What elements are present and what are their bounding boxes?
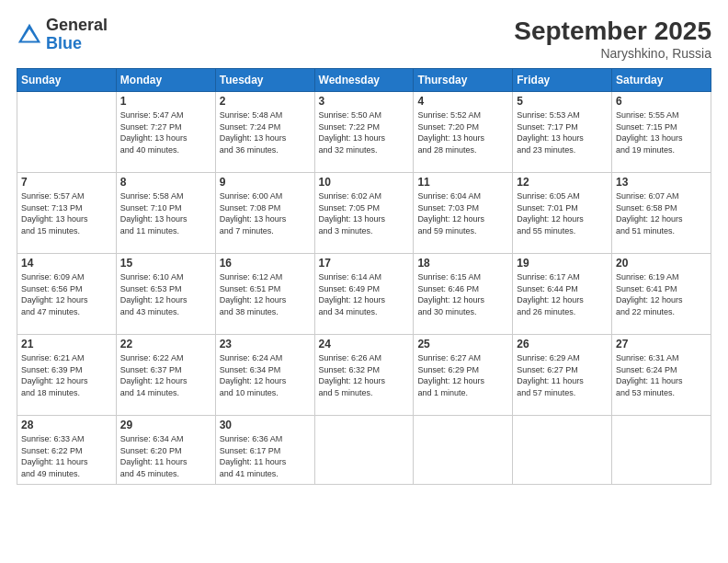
table-row: 27Sunrise: 6:31 AM Sunset: 6:24 PM Dayli… — [612, 335, 711, 416]
day-number: 26 — [517, 338, 608, 350]
table-row: 3Sunrise: 5:50 AM Sunset: 7:22 PM Daylig… — [314, 92, 414, 173]
logo-blue: Blue — [46, 35, 108, 53]
day-number: 5 — [517, 95, 608, 108]
day-info: Sunrise: 6:02 AM Sunset: 7:05 PM Dayligh… — [319, 190, 410, 236]
day-number: 28 — [21, 419, 112, 431]
day-number: 1 — [120, 95, 211, 108]
table-row: 23Sunrise: 6:24 AM Sunset: 6:34 PM Dayli… — [215, 335, 314, 416]
page: General Blue September 2025 Naryshkino, … — [0, 0, 728, 563]
table-row: 30Sunrise: 6:36 AM Sunset: 6:17 PM Dayli… — [215, 416, 314, 485]
day-number: 15 — [120, 257, 211, 270]
logo-general: General — [46, 17, 108, 35]
day-number: 10 — [319, 176, 410, 189]
col-thursday: Thursday — [414, 69, 513, 92]
day-number: 16 — [220, 257, 311, 270]
table-row: 17Sunrise: 6:14 AM Sunset: 6:49 PM Dayli… — [314, 254, 414, 335]
day-number: 11 — [417, 176, 508, 189]
table-row: 19Sunrise: 6:17 AM Sunset: 6:44 PM Dayli… — [513, 254, 612, 335]
day-number: 4 — [417, 95, 508, 108]
title-month: September 2025 — [514, 17, 711, 46]
day-info: Sunrise: 6:21 AM Sunset: 6:39 PM Dayligh… — [21, 352, 112, 398]
day-number: 17 — [319, 257, 410, 270]
table-row: 1Sunrise: 5:47 AM Sunset: 7:27 PM Daylig… — [116, 92, 215, 173]
col-tuesday: Tuesday — [215, 69, 314, 92]
day-number: 7 — [21, 176, 112, 189]
table-row: 16Sunrise: 6:12 AM Sunset: 6:51 PM Dayli… — [215, 254, 314, 335]
table-row: 4Sunrise: 5:52 AM Sunset: 7:20 PM Daylig… — [414, 92, 513, 173]
day-number: 30 — [220, 419, 311, 431]
day-info: Sunrise: 6:05 AM Sunset: 7:01 PM Dayligh… — [517, 190, 608, 236]
title-block: September 2025 Naryshkino, Russia — [514, 17, 711, 61]
table-row: 8Sunrise: 5:58 AM Sunset: 7:10 PM Daylig… — [116, 173, 215, 254]
col-saturday: Saturday — [612, 69, 711, 92]
col-monday: Monday — [116, 69, 215, 92]
day-number: 20 — [616, 257, 707, 270]
table-row: 9Sunrise: 6:00 AM Sunset: 7:08 PM Daylig… — [215, 173, 314, 254]
day-info: Sunrise: 6:34 AM Sunset: 6:20 PM Dayligh… — [120, 433, 211, 479]
header: General Blue September 2025 Naryshkino, … — [17, 17, 711, 61]
table-row: 12Sunrise: 6:05 AM Sunset: 7:01 PM Dayli… — [513, 173, 612, 254]
day-number: 24 — [319, 338, 410, 350]
day-info: Sunrise: 6:09 AM Sunset: 6:56 PM Dayligh… — [21, 271, 112, 317]
day-number: 8 — [120, 176, 211, 189]
day-info: Sunrise: 6:14 AM Sunset: 6:49 PM Dayligh… — [319, 271, 410, 317]
day-info: Sunrise: 5:53 AM Sunset: 7:17 PM Dayligh… — [517, 109, 608, 155]
table-row: 26Sunrise: 6:29 AM Sunset: 6:27 PM Dayli… — [513, 335, 612, 416]
title-location: Naryshkino, Russia — [514, 46, 711, 61]
day-info: Sunrise: 6:27 AM Sunset: 6:29 PM Dayligh… — [417, 352, 508, 398]
day-number: 23 — [220, 338, 311, 350]
day-number: 29 — [120, 419, 211, 431]
table-row — [314, 416, 414, 485]
table-row: 10Sunrise: 6:02 AM Sunset: 7:05 PM Dayli… — [314, 173, 414, 254]
day-info: Sunrise: 5:50 AM Sunset: 7:22 PM Dayligh… — [319, 109, 410, 155]
table-row: 24Sunrise: 6:26 AM Sunset: 6:32 PM Dayli… — [314, 335, 414, 416]
day-info: Sunrise: 6:36 AM Sunset: 6:17 PM Dayligh… — [220, 433, 311, 479]
day-number: 2 — [220, 95, 311, 108]
day-info: Sunrise: 6:33 AM Sunset: 6:22 PM Dayligh… — [21, 433, 112, 479]
logo: General Blue — [17, 17, 108, 53]
day-number: 14 — [21, 257, 112, 270]
day-number: 18 — [417, 257, 508, 270]
day-number: 27 — [616, 338, 707, 350]
day-info: Sunrise: 6:17 AM Sunset: 6:44 PM Dayligh… — [517, 271, 608, 317]
table-row: 13Sunrise: 6:07 AM Sunset: 6:58 PM Dayli… — [612, 173, 711, 254]
table-row — [414, 416, 513, 485]
day-info: Sunrise: 5:48 AM Sunset: 7:24 PM Dayligh… — [220, 109, 311, 155]
day-number: 13 — [616, 176, 707, 189]
day-info: Sunrise: 6:19 AM Sunset: 6:41 PM Dayligh… — [616, 271, 707, 317]
day-info: Sunrise: 5:47 AM Sunset: 7:27 PM Dayligh… — [120, 109, 211, 155]
table-row: 18Sunrise: 6:15 AM Sunset: 6:46 PM Dayli… — [414, 254, 513, 335]
day-info: Sunrise: 6:26 AM Sunset: 6:32 PM Dayligh… — [319, 352, 410, 398]
table-row — [17, 92, 117, 173]
day-info: Sunrise: 6:24 AM Sunset: 6:34 PM Dayligh… — [220, 352, 311, 398]
logo-text: General Blue — [46, 17, 108, 53]
table-row: 15Sunrise: 6:10 AM Sunset: 6:53 PM Dayli… — [116, 254, 215, 335]
table-row: 14Sunrise: 6:09 AM Sunset: 6:56 PM Dayli… — [17, 254, 117, 335]
table-row: 11Sunrise: 6:04 AM Sunset: 7:03 PM Dayli… — [414, 173, 513, 254]
header-row: Sunday Monday Tuesday Wednesday Thursday… — [17, 69, 711, 92]
day-info: Sunrise: 6:15 AM Sunset: 6:46 PM Dayligh… — [417, 271, 508, 317]
day-info: Sunrise: 6:29 AM Sunset: 6:27 PM Dayligh… — [517, 352, 608, 398]
day-info: Sunrise: 5:58 AM Sunset: 7:10 PM Dayligh… — [120, 190, 211, 236]
day-info: Sunrise: 6:22 AM Sunset: 6:37 PM Dayligh… — [120, 352, 211, 398]
day-info: Sunrise: 5:57 AM Sunset: 7:13 PM Dayligh… — [21, 190, 112, 236]
table-row: 5Sunrise: 5:53 AM Sunset: 7:17 PM Daylig… — [513, 92, 612, 173]
day-number: 21 — [21, 338, 112, 350]
table-row: 21Sunrise: 6:21 AM Sunset: 6:39 PM Dayli… — [17, 335, 117, 416]
day-info: Sunrise: 6:31 AM Sunset: 6:24 PM Dayligh… — [616, 352, 707, 398]
day-number: 9 — [220, 176, 311, 189]
table-row: 20Sunrise: 6:19 AM Sunset: 6:41 PM Dayli… — [612, 254, 711, 335]
logo-icon — [17, 22, 42, 48]
day-number: 25 — [417, 338, 508, 350]
calendar-table: Sunday Monday Tuesday Wednesday Thursday… — [17, 68, 711, 485]
day-info: Sunrise: 6:07 AM Sunset: 6:58 PM Dayligh… — [616, 190, 707, 236]
day-number: 12 — [517, 176, 608, 189]
day-info: Sunrise: 6:04 AM Sunset: 7:03 PM Dayligh… — [417, 190, 508, 236]
table-row: 6Sunrise: 5:55 AM Sunset: 7:15 PM Daylig… — [612, 92, 711, 173]
table-row: 2Sunrise: 5:48 AM Sunset: 7:24 PM Daylig… — [215, 92, 314, 173]
table-row: 29Sunrise: 6:34 AM Sunset: 6:20 PM Dayli… — [116, 416, 215, 485]
col-friday: Friday — [513, 69, 612, 92]
day-info: Sunrise: 5:55 AM Sunset: 7:15 PM Dayligh… — [616, 109, 707, 155]
table-row — [513, 416, 612, 485]
table-row: 25Sunrise: 6:27 AM Sunset: 6:29 PM Dayli… — [414, 335, 513, 416]
